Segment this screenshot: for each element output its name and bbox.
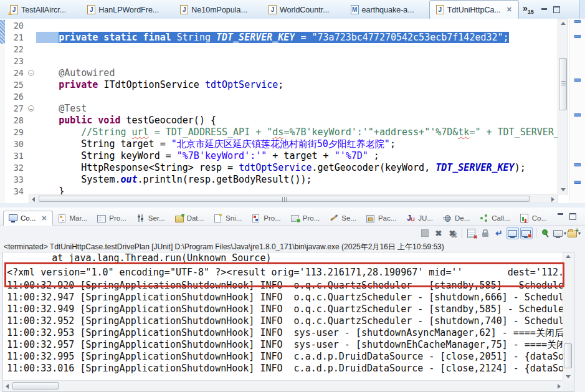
sash-divider[interactable] xyxy=(0,203,585,208)
scroll-lock-button[interactable] xyxy=(479,227,492,239)
java-file-icon xyxy=(10,5,18,14)
quickdiff-marker xyxy=(0,20,5,44)
scroll-up-icon[interactable] xyxy=(561,22,566,25)
code-line-29: 29 //String url = TDT_ADDRESS_API + "ds=… xyxy=(5,127,558,138)
open-console-button[interactable]: ▾ xyxy=(568,227,581,239)
overview-ruler[interactable] xyxy=(569,19,585,203)
console-tab-servers[interactable]: Ser... xyxy=(131,211,170,225)
occurrence-marker[interactable] xyxy=(574,181,581,184)
console-tab-debug[interactable]: De... xyxy=(438,211,475,225)
fold-column xyxy=(27,127,36,138)
close-tab-icon[interactable]: ✕ xyxy=(41,214,47,222)
display-console-button[interactable]: ▾ xyxy=(553,227,566,239)
editor-tab-HanLPWordFre[interactable]: HanLPWordFre... xyxy=(81,1,165,19)
console-tab-label: Call... xyxy=(492,214,510,222)
scroll-down-icon[interactable] xyxy=(561,188,566,191)
minimize-view-icon[interactable] xyxy=(541,8,547,12)
show-on-stderr-button[interactable] xyxy=(520,227,533,239)
occurrence-marker[interactable] xyxy=(574,20,581,23)
fold-column xyxy=(27,20,36,32)
word-wrap-button[interactable] xyxy=(493,227,505,239)
editor-tab-earthquake-a[interactable]: earthquake-a... xyxy=(345,1,421,19)
close-tab-icon[interactable]: ✕ xyxy=(507,6,512,14)
editor-tab-TdtUniHttpCa[interactable]: TdtUniHttpCa...✕ xyxy=(429,0,519,19)
remove-launch-button[interactable] xyxy=(432,227,445,239)
editor-tabbar-tabs: TestAllAircr...HanLPWordFre...Ne10mPopul… xyxy=(0,0,521,19)
fold-minus-icon[interactable] xyxy=(27,103,36,115)
scroll-up-icon[interactable] xyxy=(566,255,571,258)
show-on-stdout-button[interactable] xyxy=(507,227,519,239)
code-text: private ITdtOptionService tdtOptService; xyxy=(36,79,283,91)
problems-icon xyxy=(252,214,260,222)
fold-column xyxy=(27,138,36,150)
editor-hscrollbar[interactable] xyxy=(29,194,558,203)
console-hscroll-thumb[interactable] xyxy=(12,382,59,390)
editor-tab-TestAllAircr[interactable]: TestAllAircr... xyxy=(4,1,72,19)
code-text: public void testGeocoder() { xyxy=(36,115,216,127)
console-vscroll-thumb[interactable] xyxy=(564,343,572,368)
java-file-icon xyxy=(269,5,277,14)
editor-tab-WorldCountr[interactable]: WorldCountr... xyxy=(262,1,336,19)
console-output[interactable]: at java.lang.Thread.run(Unknown Source) … xyxy=(2,252,574,392)
scroll-left-icon[interactable] xyxy=(32,197,35,202)
clear-console-button[interactable] xyxy=(465,227,478,239)
editor-vscrollbar[interactable] xyxy=(558,19,568,194)
line-number: 28 xyxy=(5,115,27,127)
markers-icon xyxy=(58,214,67,222)
fold-minus-icon[interactable] xyxy=(27,67,36,79)
editor-tab-label: HanLPWordFre... xyxy=(98,6,159,14)
remove-all-launches-button[interactable] xyxy=(446,227,459,239)
console-tab-package-explorer[interactable]: Pac... xyxy=(361,211,401,225)
minimize-view-icon[interactable] xyxy=(558,213,563,217)
console-tab-label: Pro... xyxy=(264,214,280,222)
console-tab-snippets[interactable]: Sni... xyxy=(209,211,247,225)
console-tab-label: Dat... xyxy=(187,214,204,222)
tab-overflow-button[interactable]: »15 xyxy=(523,3,534,15)
occurrence-marker[interactable] xyxy=(574,113,581,117)
maximize-view-icon[interactable] xyxy=(569,213,576,220)
stdout-monitor-icon xyxy=(508,230,517,237)
editor-tab-label: TestAllAircr... xyxy=(21,6,66,14)
console-tabbar: Co...✕Mar...Pro...Ser...Dat...Sni...Pro.… xyxy=(0,208,585,226)
console-tab-markers[interactable]: Mar... xyxy=(53,211,93,225)
occurrence-marker[interactable] xyxy=(574,163,581,166)
line-number: 34 xyxy=(5,186,27,198)
console-hscrollbar[interactable] xyxy=(3,380,563,391)
editor-tab-Ne10mPopula[interactable]: Ne10mPopula... xyxy=(174,1,254,19)
chevron-icon: » xyxy=(523,3,528,13)
console-tab-data-source-explorer[interactable]: Dat... xyxy=(170,211,209,225)
occurrence-marker[interactable] xyxy=(574,79,581,82)
console-tab-properties[interactable]: Pro... xyxy=(92,211,131,225)
console-tab-label: Mar... xyxy=(70,214,88,222)
scroll-down-icon[interactable] xyxy=(566,375,571,378)
occurrence-marker[interactable] xyxy=(574,35,581,38)
line-number: 27 xyxy=(5,103,27,115)
console-tabbar-tabs: Co...✕Mar...Pro...Ser...Dat...Sni...Pro.… xyxy=(0,211,552,225)
console-log-line: 11:00:32.957 [SpringApplicationShutdownH… xyxy=(7,339,574,351)
console-tab-coverage[interactable]: Co... xyxy=(515,211,552,225)
console-tab-problems[interactable]: Pro... xyxy=(247,211,285,225)
code-editor[interactable]: 2021 private static final String TDT_SER… xyxy=(0,19,585,203)
console-tab-junit[interactable]: JU... xyxy=(401,211,438,225)
code-line-30: 30 String target = "北京市延庆区延庆镇莲花池村前街50夕阳红… xyxy=(5,138,558,150)
maximize-view-icon[interactable] xyxy=(553,6,560,13)
console-tab-search[interactable]: Se... xyxy=(325,211,361,225)
scroll-right-icon[interactable] xyxy=(558,384,561,389)
console-tab-progress[interactable]: Pro... xyxy=(286,211,325,225)
console-tab-call-hierarchy[interactable]: Call... xyxy=(475,211,515,225)
java-file-icon xyxy=(436,5,444,14)
dropdown-arrow-icon[interactable]: ▾ xyxy=(564,231,566,236)
code-line-27: 27 @Test xyxy=(5,103,558,115)
code-line-22: 22 xyxy=(5,44,558,55)
line-number: 32 xyxy=(5,162,27,174)
console-tab-console[interactable]: Co...✕ xyxy=(3,211,53,226)
editor-vscroll-thumb[interactable] xyxy=(559,58,567,110)
scroll-right-icon[interactable] xyxy=(551,197,554,202)
code-line-25: 25 private ITdtOptionService tdtOptServi… xyxy=(5,79,558,91)
pin-console-button[interactable] xyxy=(540,227,552,239)
fold-column xyxy=(27,44,36,55)
scroll-left-icon[interactable] xyxy=(6,384,9,389)
editor-hscroll-thumb[interactable] xyxy=(39,196,530,202)
editor-tab-label: WorldCountr... xyxy=(280,6,330,14)
terminate-icon xyxy=(421,229,429,237)
